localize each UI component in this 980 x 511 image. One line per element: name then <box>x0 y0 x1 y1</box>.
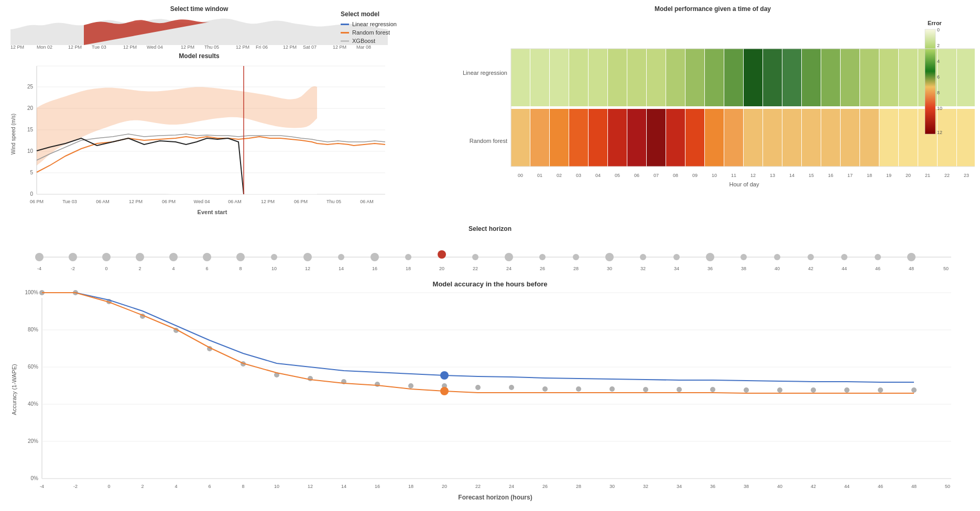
svg-text:Tue 03: Tue 03 <box>62 199 77 204</box>
svg-text:06 AM: 06 AM <box>228 199 242 204</box>
svg-text:50: 50 <box>945 484 950 489</box>
svg-text:Linear regression: Linear regression <box>463 70 507 76</box>
svg-text:48: 48 <box>911 484 917 489</box>
svg-point-148 <box>640 254 646 260</box>
svg-text:Tue 03: Tue 03 <box>92 45 106 49</box>
svg-point-154 <box>841 254 847 260</box>
svg-text:8: 8 <box>239 266 242 271</box>
svg-text:6: 6 <box>205 266 208 271</box>
svg-text:Fri 06: Fri 06 <box>256 45 268 49</box>
svg-text:Mar 08: Mar 08 <box>356 45 371 49</box>
svg-text:30: 30 <box>609 484 615 489</box>
time-window-chart[interactable]: 12 PM Mon 02 12 PM Tue 03 12 PM Wed 04 1… <box>10 14 388 49</box>
svg-rect-82 <box>744 109 763 166</box>
svg-text:32: 32 <box>643 484 648 489</box>
svg-text:48: 48 <box>909 266 914 271</box>
svg-text:06 PM: 06 PM <box>162 199 176 204</box>
svg-text:23: 23 <box>964 173 969 178</box>
horizon-panel: Select horizon <box>5 225 975 280</box>
svg-text:24: 24 <box>506 266 511 271</box>
svg-rect-59 <box>782 49 801 106</box>
svg-text:20: 20 <box>906 173 911 178</box>
svg-rect-53 <box>666 49 685 106</box>
svg-text:38: 38 <box>741 266 746 271</box>
svg-text:0%: 0% <box>31 475 39 481</box>
svg-text:-2: -2 <box>71 266 75 271</box>
svg-text:06 AM: 06 AM <box>360 199 374 204</box>
svg-rect-75 <box>608 109 627 166</box>
svg-text:Event start: Event start <box>198 209 227 215</box>
svg-text:80%: 80% <box>28 327 38 332</box>
svg-point-222 <box>777 387 782 393</box>
svg-text:10: 10 <box>937 106 942 111</box>
svg-text:6: 6 <box>937 74 940 80</box>
svg-rect-62 <box>841 49 859 106</box>
svg-point-214 <box>509 385 514 390</box>
svg-point-138 <box>303 253 312 261</box>
svg-point-208 <box>308 376 313 381</box>
legend-item-xgb[interactable]: XGBoost <box>341 38 435 44</box>
svg-point-224 <box>844 387 850 393</box>
svg-text:03: 03 <box>576 173 581 178</box>
svg-text:Mon 02: Mon 02 <box>37 45 52 49</box>
heatmap-svg[interactable]: Linear regression Random forest <box>451 15 975 224</box>
svg-text:01: 01 <box>537 173 542 178</box>
accuracy-chart[interactable]: 0% 20% 40% 60% 80% 100% Accuracy (1-WAPE… <box>8 290 972 505</box>
svg-text:10: 10 <box>27 148 34 154</box>
svg-point-137 <box>271 254 277 260</box>
svg-rect-56 <box>724 49 743 106</box>
model-select-title: Select model <box>341 10 435 18</box>
svg-text:06 PM: 06 PM <box>294 199 308 204</box>
legend-color-linear <box>341 24 349 25</box>
svg-rect-47 <box>550 49 569 106</box>
model-results-chart[interactable]: 0 5 10 15 20 25 Wind speed (m/s) 06 PM T… <box>8 61 390 218</box>
heatmap-panel: Model performance given a time of day Li… <box>451 5 975 225</box>
svg-text:12 PM: 12 PM <box>236 45 249 49</box>
svg-text:2: 2 <box>937 43 940 48</box>
svg-point-210 <box>375 382 380 387</box>
legend-item-linear[interactable]: Linear regression <box>341 21 435 27</box>
svg-text:34: 34 <box>674 266 679 271</box>
svg-text:12 PM: 12 PM <box>68 45 82 49</box>
legend-label-rf: Random forest <box>352 29 390 36</box>
svg-text:Thu 05: Thu 05 <box>204 45 219 49</box>
svg-rect-63 <box>860 49 879 106</box>
svg-rect-72 <box>550 109 569 166</box>
svg-text:22: 22 <box>944 173 950 178</box>
svg-rect-68 <box>957 49 975 106</box>
svg-rect-54 <box>685 49 704 106</box>
svg-text:12 PM: 12 PM <box>283 45 297 49</box>
legend-item-rf[interactable]: Random forest <box>341 29 435 36</box>
svg-text:44: 44 <box>842 266 847 271</box>
legend-label-xgb: XGBoost <box>352 38 375 44</box>
top-left-panel: Select time window 12 PM Mon 02 12 PM Tu… <box>5 5 393 225</box>
svg-text:36: 36 <box>710 484 715 489</box>
svg-point-225 <box>878 387 883 393</box>
svg-text:17: 17 <box>847 173 853 178</box>
svg-text:16: 16 <box>372 266 377 271</box>
svg-text:-2: -2 <box>73 484 78 489</box>
svg-text:4: 4 <box>175 484 177 489</box>
svg-text:4: 4 <box>937 59 940 64</box>
svg-rect-50 <box>608 49 627 106</box>
svg-point-213 <box>475 385 481 390</box>
horizon-title: Select horizon <box>5 225 975 232</box>
svg-text:38: 38 <box>744 484 749 489</box>
svg-point-141 <box>405 254 411 260</box>
svg-point-144 <box>505 253 513 261</box>
svg-text:14: 14 <box>339 266 344 271</box>
svg-text:42: 42 <box>808 266 813 271</box>
svg-text:-4: -4 <box>37 266 41 271</box>
svg-text:30: 30 <box>607 266 612 271</box>
svg-text:-4: -4 <box>40 484 44 489</box>
svg-rect-46 <box>530 49 549 106</box>
svg-text:8: 8 <box>242 484 244 489</box>
time-window-title: Select time window <box>5 5 393 13</box>
svg-text:50: 50 <box>943 266 949 271</box>
svg-text:12 PM: 12 PM <box>333 45 346 49</box>
svg-point-136 <box>236 253 245 261</box>
svg-text:00: 00 <box>518 173 523 178</box>
svg-point-215 <box>542 386 548 392</box>
svg-point-145 <box>539 254 546 260</box>
horizon-chart[interactable]: -4 -2 0 2 4 6 8 10 12 14 16 18 20 22 24 … <box>8 234 972 278</box>
